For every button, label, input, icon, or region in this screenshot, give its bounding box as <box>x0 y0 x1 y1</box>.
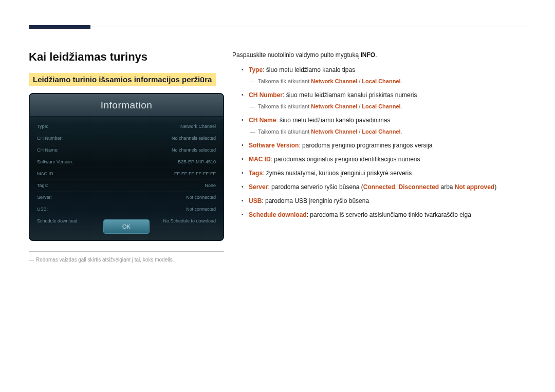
server-post: ) <box>494 183 496 191</box>
page-title: Kai leidžiamas turinys <box>29 50 229 64</box>
information-panel: Information Type: Network Channel CH Num… <box>29 93 224 241</box>
bullet-text: : parodoma įrenginio programinės įrangos… <box>299 142 432 149</box>
note-sep: / <box>357 78 362 84</box>
info-row-software: Software Version: B2B-EP-MIP-4510 <box>37 156 216 168</box>
info-row-chnumber: CH Number: No channels selected <box>37 133 216 144</box>
ok-button[interactable]: OK <box>103 219 150 234</box>
bullet-text: : žymės nustatymai, kuriuos įrenginiui p… <box>263 170 412 177</box>
bullet-head: Type <box>249 66 263 73</box>
note-lc: Local Channel <box>362 128 400 135</box>
panel-header: Information <box>30 94 223 117</box>
note-sep: / <box>357 128 362 135</box>
row-label: CH Name: <box>37 147 59 153</box>
row-label: Schedule download: <box>37 218 79 223</box>
row-label: USB: <box>37 207 48 212</box>
bullet-text: : šiuo metu leidžiamam kanalui priskirta… <box>283 91 417 99</box>
note-prefix: Taikoma tik atkuriant <box>258 103 311 109</box>
bullet-head: CH Number <box>249 91 283 99</box>
footnote-separator <box>29 251 224 252</box>
note-nc: Network Channel <box>311 103 357 109</box>
bullet-head: MAC ID <box>249 156 271 163</box>
note-prefix: Taikoma tik atkuriant <box>258 78 311 84</box>
row-value: Not connected <box>186 195 216 200</box>
bullet-text: : parodoma iš serverio atsisiunčiamo tin… <box>307 211 471 218</box>
bullet-head: Tags <box>249 170 263 177</box>
info-row-chname: CH Name: No channels selected <box>37 144 216 156</box>
bullet-head: Software Version <box>249 142 299 149</box>
header-accent-bar <box>29 25 90 29</box>
bullet-head: CH Name <box>249 117 276 124</box>
row-value: Network Channel <box>180 124 216 129</box>
bullet-head: USB <box>249 197 262 204</box>
intro-text: Paspauskite nuotolinio valdymo pulto myg… <box>232 50 524 60</box>
server-sep2: arba <box>439 183 455 191</box>
server-state-1: Connected <box>363 183 395 191</box>
note-lc: Local Channel <box>362 103 400 109</box>
note-suffix: . <box>401 78 402 84</box>
row-value: FF-FF-FF-FF-FF-FF <box>174 171 216 176</box>
section-heading: Leidžiamo turinio išsamios informacijos … <box>29 73 216 86</box>
row-value: Not connected <box>186 207 216 212</box>
row-value: None <box>205 183 216 188</box>
row-value: No Schedule to download <box>163 218 216 223</box>
bullet-chnumber: CH Number: šiuo metu leidžiamam kanalui … <box>242 90 524 111</box>
bullet-type: Type: šiuo metu leidžiamo kanalo tipas T… <box>242 65 524 86</box>
server-state-3: Not approved <box>455 183 494 191</box>
bullet-head: Server <box>249 183 268 191</box>
info-row-type: Type: Network Channel <box>37 121 216 133</box>
note-suffix: . <box>401 128 402 135</box>
note-nc: Network Channel <box>311 78 357 84</box>
bullet-software: Software Version: parodoma įrenginio pro… <box>242 141 524 151</box>
intro-pre: Paspauskite nuotolinio valdymo pulto myg… <box>232 51 360 59</box>
note-lc: Local Channel <box>362 78 400 84</box>
row-label: Tags: <box>37 183 48 188</box>
bullet-text: : šiuo metu leidžiamo kanalo pavadinimas <box>276 117 390 124</box>
row-label: CH Number: <box>37 136 63 141</box>
bullet-list: Type: šiuo metu leidžiamo kanalo tipas T… <box>242 65 524 220</box>
sub-note: Taikoma tik atkuriant Network Channel / … <box>250 127 524 137</box>
bullet-tags: Tags: žymės nustatymai, kuriuos įrengini… <box>242 169 524 178</box>
bullet-text: : parodoma USB įrenginio ryšio būsena <box>262 197 369 204</box>
bullet-text: : parodomas originalus įrenginio identif… <box>271 156 420 163</box>
panel-rows: Type: Network Channel CH Number: No chan… <box>30 117 223 227</box>
footnote-text: Rodomas vaizdas gali skirtis atsižvelgia… <box>29 257 229 263</box>
note-prefix: Taikoma tik atkuriant <box>258 128 311 135</box>
note-sep: / <box>357 103 362 109</box>
server-pre: : parodoma serverio ryšio būsena ( <box>268 183 363 191</box>
info-row-server: Server: Not connected <box>37 192 216 203</box>
info-row-tags: Tags: None <box>37 180 216 192</box>
row-label: Server: <box>37 195 52 200</box>
row-label: Software Version: <box>37 159 73 164</box>
bullet-schedule: Schedule download: parodoma iš serverio … <box>242 210 524 220</box>
row-label: Type: <box>37 124 48 129</box>
server-state-2: Disconnected <box>398 183 439 191</box>
bullet-text: : šiuo metu leidžiamo kanalo tipas <box>263 66 355 73</box>
row-value: No channels selected <box>172 136 216 141</box>
row-value: No channels selected <box>172 147 216 153</box>
info-row-macid: MAC ID: FF-FF-FF-FF-FF-FF <box>37 168 216 180</box>
header-rule <box>29 27 526 27</box>
row-label: MAC ID: <box>37 171 54 176</box>
bullet-usb: USB: parodoma USB įrenginio ryšio būsena <box>242 196 524 206</box>
note-suffix: . <box>401 103 402 109</box>
info-row-usb: USB: Not connected <box>37 203 216 215</box>
bullet-macid: MAC ID: parodomas originalus įrenginio i… <box>242 155 524 164</box>
sub-note: Taikoma tik atkuriant Network Channel / … <box>250 77 524 86</box>
bullet-chname: CH Name: šiuo metu leidžiamo kanalo pava… <box>242 116 524 137</box>
bullet-head: Schedule download <box>249 211 307 218</box>
bullet-server: Server: parodoma serverio ryšio būsena (… <box>242 182 524 192</box>
note-nc: Network Channel <box>311 128 357 135</box>
row-value: B2B-EP-MIP-4510 <box>178 159 216 164</box>
intro-post: . <box>375 51 377 59</box>
sub-note: Taikoma tik atkuriant Network Channel / … <box>250 102 524 111</box>
intro-bold: INFO <box>360 51 375 59</box>
